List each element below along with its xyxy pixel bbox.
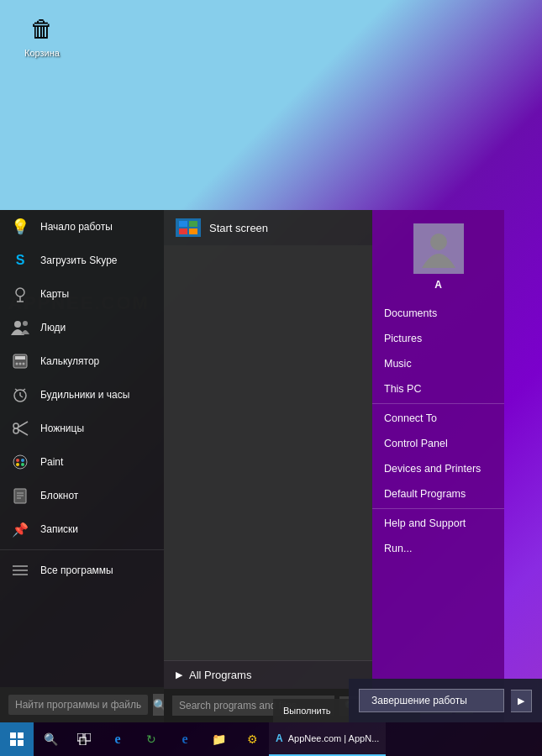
svg-line-13 [15,389,18,391]
sidebar-item-startup[interactable]: 💡 Начало работы [0,210,164,244]
svg-rect-31 [179,221,187,227]
desktop: 🗑 Корзина APPNEE.COM 💡 Начало работы S З… [0,0,542,756]
sticky-icon: 📌 [10,519,30,539]
svg-point-21 [21,459,24,462]
notepad-label: Блокнот [40,490,78,501]
allprograms-icon [10,560,30,580]
right-menu-defaultprog[interactable]: Default Programs [372,481,504,507]
svg-rect-39 [18,740,24,746]
notepad-icon [10,486,30,506]
svg-point-0 [16,288,24,297]
svg-rect-6 [15,356,25,360]
svg-point-3 [14,321,21,328]
start-screen-item[interactable]: Start screen [164,210,372,245]
sticky-label: Записки [40,523,78,535]
taskbar-ie-button[interactable]: e [101,722,134,756]
user-name: A [434,279,442,291]
svg-point-22 [16,463,19,466]
svg-point-35 [430,234,447,250]
user-profile[interactable]: A [372,210,504,301]
scissors-label: Ножницы [40,423,84,434]
right-menu-pictures[interactable]: Pictures [372,326,504,351]
scissors-icon [10,418,30,438]
right-menu-devprinters[interactable]: Devices and Printers [372,456,504,481]
svg-rect-36 [10,732,16,738]
taskbar-folder-button[interactable]: 📁 [202,722,235,756]
svg-point-8 [19,363,22,365]
sidebar-item-notepad[interactable]: Блокнот [0,479,164,512]
calc-icon [10,351,30,371]
svg-rect-42 [80,738,86,745]
start-button[interactable] [0,722,34,756]
recycle-bin-image: 🗑 [25,12,59,45]
right-menu-connectto[interactable]: Connect To [372,406,504,431]
svg-point-23 [21,463,24,466]
taskbar-search-button[interactable]: 🔍 [34,722,67,756]
all-programs-arrow: ▶ [176,669,182,680]
svg-point-9 [23,363,25,365]
notification-text: Выполнить [283,706,330,716]
right-divider-1 [372,403,504,404]
all-programs-item[interactable]: ▶ All Programs [164,660,372,689]
sidebar-item-alarms[interactable]: Будильники и часы [0,378,164,412]
shutdown-confirm-label: Завершение работы [371,695,467,706]
all-programs-label: All Programs [189,669,251,681]
right-menu-thispc[interactable]: This PC [372,376,504,402]
taskbar-ie2-button[interactable]: e [168,722,202,756]
paint-label: Paint [40,456,63,468]
skype-icon: S [10,250,30,270]
svg-line-17 [18,422,28,428]
user-avatar [413,223,464,274]
sidebar-item-maps[interactable]: Карты [0,277,164,311]
svg-line-18 [18,429,28,435]
maps-icon [10,284,30,304]
recycle-bin-label: Корзина [24,48,60,58]
start-menu: 💡 Начало работы S Загрузить Skype Карты … [0,210,504,722]
sidebar-item-paint[interactable]: Paint [0,445,164,479]
startup-icon: 💡 [10,217,30,237]
svg-line-12 [20,396,23,397]
taskbar: 🔍 e ↻ e 📁 ⚙ A AppNee.com | AppN... [0,722,542,756]
svg-line-14 [23,389,25,391]
right-menu-helpsupp[interactable]: Help and Support [372,511,504,536]
svg-point-19 [13,455,27,469]
recycle-bin-icon[interactable]: 🗑 Корзина [8,8,76,61]
right-menu-controlpanel[interactable]: Control Panel [372,431,504,456]
sidebar-item-calc[interactable]: Калькулятор [0,344,164,378]
people-label: Люди [40,322,66,333]
people-icon [10,318,30,338]
taskbar-taskview-button[interactable] [67,722,101,756]
shutdown-confirm-button[interactable]: Завершение работы [359,689,504,712]
sidebar-item-sticky[interactable]: 📌 Записки [0,512,164,546]
shutdown-confirm-popup: Завершение работы ▶ [349,679,542,722]
right-menu-documents[interactable]: Documents [372,301,504,326]
sidebar-item-scissors[interactable]: Ножницы [0,412,164,445]
start-search-input[interactable] [8,695,148,715]
svg-point-4 [23,321,28,326]
svg-rect-34 [189,228,197,234]
taskbar-refresh-button[interactable]: ↻ [134,722,168,756]
svg-rect-32 [189,221,197,227]
start-screen-icon [176,218,201,237]
taskbar-appnee-button[interactable]: A AppNee.com | AppN... [269,722,386,756]
start-divider [0,549,164,550]
taskbar-star-button[interactable]: ⚙ [235,722,269,756]
maps-label: Карты [40,288,69,300]
paint-icon [10,452,30,472]
right-menu-music[interactable]: Music [372,351,504,376]
alarms-label: Будильники и часы [40,389,129,401]
svg-point-7 [16,363,18,365]
start-search-area: 🔍 [0,687,164,722]
alarms-icon [10,385,30,405]
shutdown-confirm-arrow-button[interactable]: ▶ [511,690,532,712]
startup-label: Начало работы [40,221,113,233]
sidebar-item-skype[interactable]: S Загрузить Skype [0,244,164,277]
sidebar-item-people[interactable]: Люди [0,311,164,344]
right-menu-run[interactable]: Run... [372,536,504,561]
taskbar-appnee-label: AppNee.com | AppN... [288,733,380,743]
svg-point-20 [16,459,19,462]
start-screen-label: Start screen [209,222,268,234]
sidebar-item-allprograms[interactable]: Все программы [0,554,164,587]
start-menu-right-panel: A Documents Pictures Music This PC Conne… [372,210,504,722]
svg-rect-37 [18,732,24,738]
